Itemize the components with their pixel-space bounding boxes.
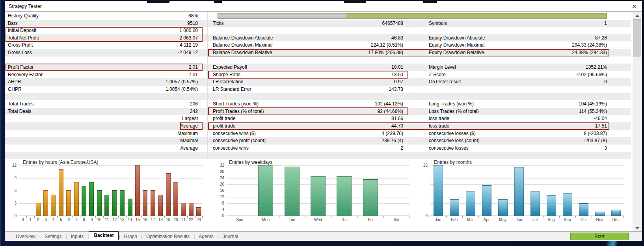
report-row: AHPR1.0057 (0.57%)LR Correlation0.97OnTe…	[5, 78, 631, 86]
metric-value: 46.83	[213, 34, 403, 42]
bar	[74, 182, 79, 216]
bar	[311, 176, 326, 216]
bar	[498, 199, 508, 216]
column-divider	[207, 12, 208, 159]
tab-settings[interactable]: Settings	[41, 234, 65, 239]
y-axis-label: 16	[215, 188, 224, 193]
scrollbar-thumb[interactable]	[633, 19, 641, 57]
x-axis-label: Mon	[253, 218, 279, 222]
gridline	[430, 178, 624, 178]
metric-value: -2.02 (95.66%)	[429, 71, 607, 79]
progress-remaining-segment	[346, 13, 607, 18]
bar	[547, 195, 556, 216]
x-axis-label: 22	[187, 218, 195, 222]
x-axis-label: 2	[34, 218, 42, 222]
tab-optimization-results[interactable]: Optimization Results	[142, 234, 194, 239]
chart-entries-by-months: Entries by monthsJanFebMarAprMayJunJulAu…	[420, 159, 626, 224]
metric-value: 239.76 (4)	[213, 137, 403, 145]
bar	[285, 167, 300, 216]
metric-value: 1352.21%	[429, 64, 607, 71]
tab-graph[interactable]: Graph	[120, 234, 141, 239]
tab-backtest[interactable]: Backtest	[89, 231, 119, 240]
screen-artifact	[423, 1, 437, 3]
bar	[530, 192, 540, 216]
y-axis-label: 12	[215, 195, 224, 199]
report-row: Gross Profit4 112.19Balance Drawdown Max…	[5, 41, 631, 49]
bar	[51, 195, 56, 216]
chart-plot-area	[19, 165, 203, 216]
metric-value: 81.66	[213, 115, 403, 122]
y-axis-label: 24	[215, 176, 224, 180]
metric-value: 2 063.07	[8, 34, 198, 42]
metric-value: 92 (44.66%)	[213, 108, 403, 115]
x-axis-label: 3	[42, 218, 49, 222]
bar	[450, 199, 459, 216]
metric-value: 1	[429, 20, 607, 27]
x-axis-label: Feb	[446, 218, 462, 222]
bar	[112, 190, 117, 216]
tab-overview[interactable]: Overview	[12, 234, 39, 239]
close-icon[interactable]: ×	[632, 1, 637, 11]
scrollbar[interactable]	[633, 12, 642, 231]
x-axis-label: Jul	[527, 218, 543, 222]
gridline	[430, 197, 624, 197]
x-axis-label: 8	[80, 218, 87, 222]
metric-value: 2.01	[8, 64, 198, 71]
bar	[89, 182, 94, 216]
report-row: Averageprofit trade44.70loss trade-17.51	[5, 122, 631, 130]
tab-inputs[interactable]: Inputs	[67, 234, 88, 239]
metric-value: 1 000.00	[8, 27, 198, 34]
y-axis-label: 8	[215, 201, 224, 205]
tab-journal[interactable]: Journal	[219, 234, 242, 239]
x-axis-label: 21	[180, 218, 187, 222]
chart-plot-area	[430, 165, 624, 216]
x-axis-label: Sep	[559, 218, 575, 222]
screen-artifact	[147, 1, 169, 3]
x-axis-label: 0	[19, 218, 26, 222]
y-axis-label: 25	[420, 163, 428, 167]
x-axis-label: 9	[88, 218, 95, 222]
x-axis-label: 10	[95, 218, 103, 222]
metric-value: 68%	[8, 12, 198, 20]
x-axis-label: Jun	[511, 218, 527, 222]
start-button[interactable]: Start	[570, 233, 629, 240]
chart-title: Entries by weekdays	[229, 160, 272, 165]
gridline	[430, 184, 624, 185]
bar	[595, 212, 605, 216]
bar	[104, 195, 109, 216]
x-axis-label: 7	[73, 218, 80, 222]
bar	[466, 192, 475, 216]
x-axis-label: 14	[126, 218, 134, 222]
gridline	[227, 165, 409, 166]
x-axis-label: Oct	[575, 218, 592, 222]
panel-title: Strategy Tester	[9, 4, 42, 9]
scroll-up-icon[interactable]	[633, 12, 642, 19]
bar	[173, 182, 178, 216]
report-table: History Quality68%Bars9518Ticks64657488S…	[5, 12, 631, 159]
bar	[82, 186, 86, 216]
report-row	[5, 152, 631, 159]
metric-value: 44.70	[213, 122, 403, 130]
metric-value: 114 (55.34%)	[429, 108, 607, 115]
x-axis-label: Nov	[592, 218, 608, 222]
x-axis-label: May	[495, 218, 511, 222]
metric-value: 143.73	[213, 86, 403, 93]
metric-value: Maximum	[8, 130, 198, 137]
report-row: Initial Deposit1 000.00	[5, 27, 631, 34]
screen-artifact	[344, 1, 366, 3]
bar	[166, 173, 171, 216]
y-axis-label: 32	[215, 163, 224, 167]
tab-agents[interactable]: Agents	[195, 234, 217, 239]
scroll-down-icon[interactable]	[633, 225, 642, 231]
x-axis-label: 16	[141, 218, 149, 222]
report-row: Profit Factor2.01Expected Payoff10.01Mar…	[5, 64, 631, 71]
metric-value: 4 (239.76)	[213, 130, 403, 137]
x-axis-label: 17	[149, 218, 156, 222]
bar	[36, 203, 41, 216]
x-axis-label: 5	[57, 218, 65, 222]
bar	[158, 195, 163, 216]
report-row: Gross Loss-2 049.12Balance Drawdown Rela…	[5, 49, 631, 56]
x-axis-label: 23	[195, 218, 203, 222]
y-axis-label: 0	[9, 214, 17, 218]
metric-value: 0.97	[213, 78, 403, 86]
